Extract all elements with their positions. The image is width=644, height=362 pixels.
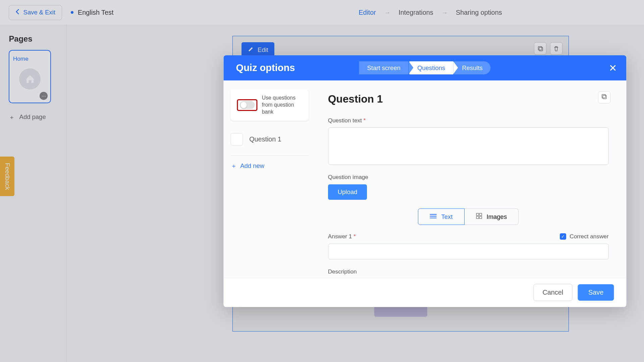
question-list-label: Question 1 (249, 135, 281, 143)
list-icon (430, 213, 437, 221)
answer1-input[interactable] (328, 244, 609, 260)
question-text-label: Question text * (328, 117, 609, 124)
modal-body: Use questions from question bank Questio… (224, 80, 627, 277)
cancel-button[interactable]: Cancel (533, 284, 572, 301)
plus-icon: ＋ (231, 162, 237, 170)
close-icon: ✕ (609, 63, 617, 73)
quiz-options-modal: Quiz options Start screen Questions Resu… (224, 55, 627, 307)
toggle-label: Use questions from question bank (262, 95, 303, 115)
segment-text-label: Text (441, 213, 453, 221)
svg-rect-11 (480, 216, 482, 219)
question-bank-toggle[interactable] (239, 101, 255, 109)
answer-type-segment: Text Images (328, 208, 609, 225)
grid-icon (476, 213, 482, 221)
add-new-label: Add new (240, 162, 264, 170)
question-bank-toggle-card: Use questions from question bank (231, 89, 309, 121)
checkbox-icon: ✓ (560, 233, 566, 239)
copy-icon (601, 93, 607, 101)
question-heading: Question 1 (328, 93, 609, 105)
duplicate-question-button[interactable] (598, 91, 610, 104)
question-image-label: Question image (328, 174, 609, 181)
svg-rect-6 (602, 95, 606, 98)
svg-rect-10 (477, 216, 479, 219)
save-button[interactable]: Save (578, 284, 614, 301)
question-list-item[interactable]: Question 1 (231, 129, 309, 149)
svg-rect-9 (480, 213, 482, 216)
question-text-input[interactable] (328, 127, 609, 165)
correct-answer-checkbox[interactable]: ✓ Correct answer (560, 233, 609, 240)
modal-close-button[interactable]: ✕ (609, 62, 617, 74)
description-label: Description (328, 268, 609, 275)
toggle-highlight (237, 99, 257, 111)
modal-main-panel: Question 1 Question text * Question imag… (316, 80, 627, 277)
tab-start-screen[interactable]: Start screen (359, 61, 409, 75)
tab-questions[interactable]: Questions (409, 61, 453, 75)
segment-images[interactable]: Images (465, 208, 519, 225)
answer1-label: Answer 1 * (328, 233, 356, 240)
add-new-question-button[interactable]: ＋ Add new (231, 162, 309, 170)
modal-header: Quiz options Start screen Questions Resu… (224, 55, 627, 80)
modal-tabs: Start screen Questions Results (359, 61, 492, 75)
segment-text[interactable]: Text (418, 208, 465, 225)
svg-rect-8 (477, 213, 479, 216)
segment-images-label: Images (487, 213, 507, 221)
tab-results[interactable]: Results (454, 61, 491, 75)
correct-answer-label: Correct answer (570, 233, 609, 240)
svg-rect-7 (603, 95, 607, 99)
modal-left-panel: Use questions from question bank Questio… (224, 80, 316, 277)
drag-handle-icon[interactable] (231, 133, 243, 145)
modal-title: Quiz options (236, 62, 295, 73)
modal-footer: Cancel Save (224, 278, 627, 307)
upload-button[interactable]: Upload (328, 184, 367, 200)
